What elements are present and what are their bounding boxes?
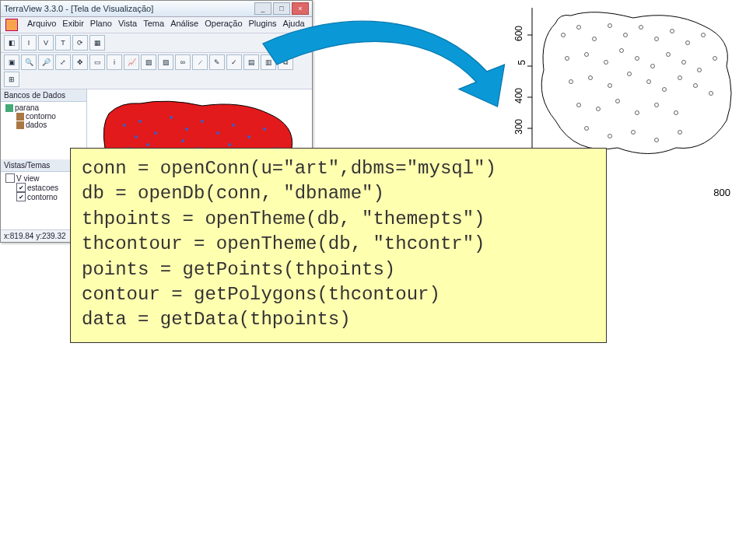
xlabel-800: 800 (713, 187, 730, 198)
tool-select-icon[interactable]: ▨ (141, 54, 156, 70)
svg-point-56 (698, 68, 702, 72)
svg-point-9 (263, 128, 266, 131)
svg-point-68 (597, 107, 601, 111)
menu-operacao[interactable]: Operação (205, 19, 242, 31)
svg-point-72 (674, 111, 678, 115)
tool-link-icon[interactable]: ∞ (175, 54, 191, 70)
code-box: conn = openConn(u="art",dbms="mysql") db… (70, 148, 607, 343)
tool-fit-icon[interactable]: ▭ (89, 54, 105, 70)
checkbox-icon[interactable] (5, 173, 15, 183)
tool-zoomreset-icon[interactable]: ⤢ (55, 54, 71, 70)
checkbox-icon[interactable]: ✔ (16, 192, 26, 201)
tool-pointer-icon[interactable]: ▣ (4, 54, 19, 70)
svg-point-63 (663, 88, 667, 92)
tool-info-icon[interactable]: i (107, 54, 122, 70)
tool-check-icon[interactable]: ✓ (226, 54, 242, 70)
svg-point-16 (228, 143, 231, 146)
svg-point-65 (694, 84, 698, 88)
window-titlebar[interactable]: TerraView 3.3.0 - [Tela de Visualização]… (1, 1, 312, 17)
menu-vista[interactable]: Vista (118, 19, 137, 31)
window-title: TerraView 3.3.0 - [Tela de Visualização] (4, 4, 153, 13)
svg-point-64 (678, 76, 682, 80)
svg-point-69 (616, 100, 620, 103)
minimize-button[interactable]: _ (254, 2, 271, 15)
status-coords: x:819.84 y:239.32 (4, 232, 66, 240)
tool-db-icon[interactable]: ◧ (4, 35, 19, 51)
db-item-dados[interactable]: dados (5, 121, 85, 129)
close-button[interactable]: × (292, 2, 309, 15)
svg-point-67 (577, 103, 581, 107)
toolbar-row-1: ◧ I V T ⟳ ▦ (1, 33, 312, 53)
svg-point-47 (702, 33, 706, 37)
svg-point-5 (201, 120, 204, 123)
layer-icon (16, 121, 24, 129)
svg-point-59 (589, 76, 593, 80)
svg-point-44 (655, 37, 659, 41)
menu-plugins[interactable]: Plugins (249, 19, 277, 31)
checkbox-icon[interactable]: ✔ (16, 183, 26, 192)
tool-brush-icon[interactable]: ▧ (158, 54, 173, 70)
tool-chart-icon[interactable]: 📈 (124, 54, 139, 70)
code-line-3: thpoints = openTheme(db, "themepts") (82, 207, 595, 232)
ytick-300: 300 (513, 119, 524, 135)
tool-measure-icon[interactable]: ⟋ (192, 54, 208, 70)
svg-point-51 (620, 49, 624, 53)
code-line-1: conn = openConn(u="art",dbms="mysql") (82, 156, 595, 181)
svg-point-4 (185, 128, 188, 131)
menu-arquivo[interactable]: Arquivo (27, 19, 56, 31)
menu-tema[interactable]: Tema (143, 19, 164, 31)
tool-misc2-icon[interactable]: ⧉ (278, 54, 293, 70)
tool-reload-icon[interactable]: ⟳ (72, 35, 88, 51)
menu-exibir[interactable]: Exibir (62, 19, 84, 31)
tool-zoomout-icon[interactable]: 🔎 (38, 54, 54, 70)
db-item-contorno[interactable]: contorno (5, 112, 85, 121)
tool-sql-icon[interactable]: ▤ (243, 54, 259, 70)
code-line-6: contour = getPolygons(thcontour) (82, 282, 595, 307)
svg-point-8 (247, 135, 250, 138)
svg-point-73 (585, 127, 589, 131)
svg-point-45 (671, 30, 674, 33)
svg-point-54 (667, 53, 671, 57)
toolbar-row-2: ▣ 🔍 🔎 ⤢ ✥ ▭ i 📈 ▨ ▧ ∞ ⟋ ✎ ✓ ▤ ▥ ⧉ ⊞ (1, 53, 312, 89)
tool-generic-icon[interactable]: ▦ (89, 35, 105, 51)
svg-point-75 (632, 131, 636, 135)
svg-point-70 (636, 111, 639, 115)
svg-point-3 (170, 116, 173, 119)
svg-point-57 (713, 57, 717, 61)
svg-point-49 (585, 53, 589, 57)
code-line-2: db = openDb(conn, "dbname") (82, 181, 595, 206)
svg-point-62 (647, 80, 651, 84)
svg-point-6 (216, 131, 219, 135)
svg-point-52 (636, 57, 639, 61)
tool-pan-icon[interactable]: ✥ (72, 54, 88, 70)
ytick-400: 400 (513, 88, 524, 103)
tool-edit-icon[interactable]: ✎ (209, 54, 225, 70)
tool-misc1-icon[interactable]: ▥ (261, 54, 276, 70)
code-line-4: thcontour = openTheme(db, "thcontr") (82, 232, 595, 257)
svg-point-74 (608, 135, 612, 138)
svg-point-76 (655, 138, 659, 142)
svg-point-0 (123, 124, 126, 127)
svg-point-60 (608, 84, 612, 88)
svg-point-13 (181, 139, 184, 142)
tool-zoomin-icon[interactable]: 🔍 (21, 54, 37, 70)
tool-v-icon[interactable]: V (38, 35, 54, 51)
svg-point-55 (682, 61, 686, 65)
tool-i-icon[interactable]: I (21, 35, 37, 51)
menu-ajuda[interactable]: Ajuda (283, 19, 305, 31)
svg-point-35 (135, 135, 138, 138)
menu-analise[interactable]: Análise (170, 19, 198, 31)
svg-point-1 (138, 120, 142, 123)
maximize-button[interactable]: □ (273, 2, 290, 15)
svg-point-38 (562, 33, 566, 37)
tool-misc3-icon[interactable]: ⊞ (4, 72, 19, 87)
svg-point-66 (709, 92, 713, 96)
menu-plano[interactable]: Plano (90, 19, 112, 31)
window-buttons: _ □ × (254, 2, 309, 15)
db-root[interactable]: parana (5, 103, 85, 112)
tool-t-icon[interactable]: T (55, 35, 71, 51)
code-line-5: points = getPoints(thpoints) (82, 257, 595, 282)
svg-point-48 (566, 57, 569, 61)
svg-rect-37 (532, 8, 734, 171)
svg-point-2 (154, 131, 157, 135)
